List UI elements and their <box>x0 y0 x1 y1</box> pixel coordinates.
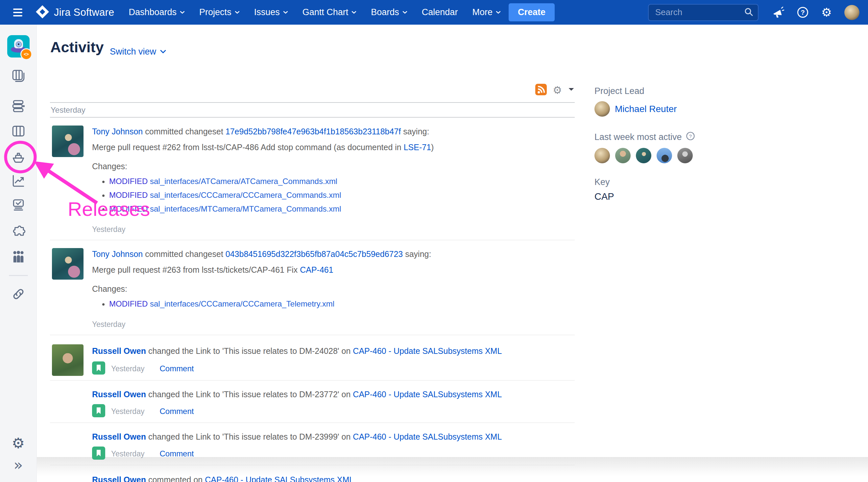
issue-link[interactable]: CAP-460 - Update SALSubsystems XML <box>353 346 502 355</box>
issue-link[interactable]: CAP-460 - Update SALSubsystems XML <box>353 432 502 441</box>
active-user-avatar[interactable] <box>615 148 631 163</box>
queues-icon[interactable] <box>11 69 26 84</box>
people-icon[interactable] <box>11 249 26 264</box>
comment-link[interactable]: Comment <box>159 407 194 416</box>
help-icon[interactable]: ? <box>797 6 809 19</box>
reports-icon[interactable] <box>11 173 26 188</box>
code-badge-icon: <> <box>20 48 32 60</box>
entry-timestamp: Yesterday <box>111 364 144 373</box>
project-avatar[interactable]: <> <box>7 35 30 58</box>
nav-calendar[interactable]: Calendar <box>422 7 458 18</box>
feed-entry-link-change-1: Russell Owen changed the Link to 'This i… <box>50 335 575 381</box>
chevron-down-icon <box>180 11 185 14</box>
change-item: MODIFIED sal_interfaces/CCCamera/CCCamer… <box>109 297 575 311</box>
app-switcher-icon[interactable] <box>13 8 22 17</box>
user-link[interactable]: Tony Johnson <box>92 127 143 136</box>
chevron-down-icon <box>496 11 501 14</box>
issues-icon[interactable] <box>11 198 26 213</box>
user-link[interactable]: Tony Johnson <box>92 249 143 259</box>
avatar-tony-johnson[interactable] <box>52 248 84 280</box>
svg-text:?: ? <box>801 9 805 16</box>
switch-view-dropdown[interactable]: Switch view <box>110 47 166 57</box>
search-icon <box>744 7 753 18</box>
user-link[interactable]: Russell Owen <box>92 432 146 441</box>
chevron-down-icon <box>283 11 288 14</box>
svg-text:?: ? <box>689 133 691 139</box>
avatar-russell-owen[interactable] <box>52 344 84 376</box>
feed-entry-comment: Russell Owen commented on CAP-460 - Upda… <box>50 465 575 482</box>
chevron-down-icon <box>235 11 240 14</box>
sidebar-divider <box>9 275 28 276</box>
avatar-tony-johnson[interactable] <box>52 126 84 157</box>
nav-more[interactable]: More <box>472 7 501 18</box>
feed-entry-commit-1: Tony Johnson committed changeset 17e9d52… <box>50 118 575 240</box>
entry-timestamp: Yesterday <box>111 449 144 458</box>
chevron-down-icon <box>351 11 356 14</box>
bookmark-icon <box>92 361 105 376</box>
change-item: MODIFIED sal_interfaces/MTCamera/MTCamer… <box>109 202 575 216</box>
entry-timestamp: Yesterday <box>92 320 575 329</box>
backlog-icon[interactable] <box>11 99 26 114</box>
nav-boards[interactable]: Boards <box>371 7 407 18</box>
create-button[interactable]: Create <box>508 3 555 21</box>
user-link[interactable]: Russell Owen <box>92 346 146 355</box>
most-active-avatars <box>594 148 831 163</box>
project-settings-icon[interactable]: ⚙ <box>12 436 25 450</box>
page-title: Activity <box>50 39 104 56</box>
feed-entry-commit-2: Tony Johnson committed changeset 043b845… <box>50 240 575 335</box>
file-link[interactable]: sal_interfaces/CCCamera/CCCamera_Command… <box>150 191 341 199</box>
feed-settings-gear-icon[interactable]: ⚙ <box>553 85 562 95</box>
user-link[interactable]: Russell Owen <box>92 390 146 399</box>
nav-gantt-chart[interactable]: Gantt Chart <box>303 7 357 18</box>
addons-icon[interactable] <box>11 224 26 239</box>
change-item: MODIFIED sal_interfaces/ATCamera/ATCamer… <box>109 174 575 188</box>
active-user-avatar[interactable] <box>594 148 610 163</box>
settings-gear-icon[interactable]: ⚙ <box>821 7 832 19</box>
dropdown-caret-icon[interactable] <box>568 87 575 93</box>
changes-list: MODIFIED sal_interfaces/ATCamera/ATCamer… <box>92 174 575 216</box>
issue-link[interactable]: CAP-460 - Update SALSubsystems XML <box>353 390 502 399</box>
active-user-avatar[interactable] <box>636 148 651 163</box>
chevron-down-icon <box>160 50 166 54</box>
file-link[interactable]: sal_interfaces/ATCamera/ATCamera_Command… <box>150 177 337 186</box>
issue-link[interactable]: CAP-460 - Update SALSubsystems XML <box>205 475 354 482</box>
changes-label: Changes: <box>92 284 575 294</box>
help-circle-icon[interactable]: ? <box>686 131 695 143</box>
user-avatar[interactable] <box>844 5 860 20</box>
announcement-icon[interactable] <box>772 6 784 19</box>
changeset-link[interactable]: 17e9d52bb798fe47e963b4f1b18563b23118b47f <box>225 127 401 136</box>
avatar-michael-reuter[interactable] <box>594 101 610 117</box>
issue-link[interactable]: CAP-461 <box>300 265 333 275</box>
file-link[interactable]: sal_interfaces/MTCamera/MTCamera_Command… <box>150 204 341 213</box>
active-user-avatar[interactable] <box>657 148 672 163</box>
jira-logo-icon <box>35 4 50 21</box>
expand-sidebar-icon[interactable]: » <box>13 459 23 472</box>
project-lead-link[interactable]: Michael Reuter <box>615 104 677 114</box>
rss-icon[interactable] <box>535 84 547 97</box>
jira-logo-text: Jira Software <box>54 7 115 19</box>
jira-activity-screen: Jira Software Dashboards Projects Issues… <box>0 0 868 482</box>
entry-timestamp: Yesterday <box>111 407 144 416</box>
issue-link[interactable]: LSE-71 <box>404 142 431 152</box>
changeset-link[interactable]: 043b8451695d322f3b65fb87a04c5c7b59ed6723 <box>225 249 403 259</box>
project-lead-label: Project Lead <box>594 86 831 96</box>
chevron-down-icon <box>402 11 407 14</box>
changes-list: MODIFIED sal_interfaces/CCCamera/CCCamer… <box>92 297 575 311</box>
comment-link[interactable]: Comment <box>159 449 194 458</box>
shortcuts-link-icon[interactable] <box>11 287 26 301</box>
search-input[interactable] <box>655 7 744 18</box>
nav-projects[interactable]: Projects <box>199 7 240 18</box>
entry-timestamp: Yesterday <box>92 225 575 234</box>
releases-icon[interactable] <box>11 150 26 165</box>
nav-dashboards[interactable]: Dashboards <box>129 7 185 18</box>
comment-link[interactable]: Comment <box>159 364 194 373</box>
nav-issues[interactable]: Issues <box>254 7 288 18</box>
feed-entry-link-change-3: Russell Owen changed the Link to 'This i… <box>50 423 575 465</box>
key-label: Key <box>594 177 831 187</box>
board-icon[interactable] <box>11 124 26 139</box>
active-user-avatar[interactable] <box>677 148 693 163</box>
file-link[interactable]: sal_interfaces/CCCamera/CCCamera_Telemet… <box>150 299 334 308</box>
user-link[interactable]: Russell Owen <box>92 475 146 482</box>
change-item: MODIFIED sal_interfaces/CCCamera/CCCamer… <box>109 188 575 202</box>
jira-logo[interactable]: Jira Software <box>35 4 115 21</box>
